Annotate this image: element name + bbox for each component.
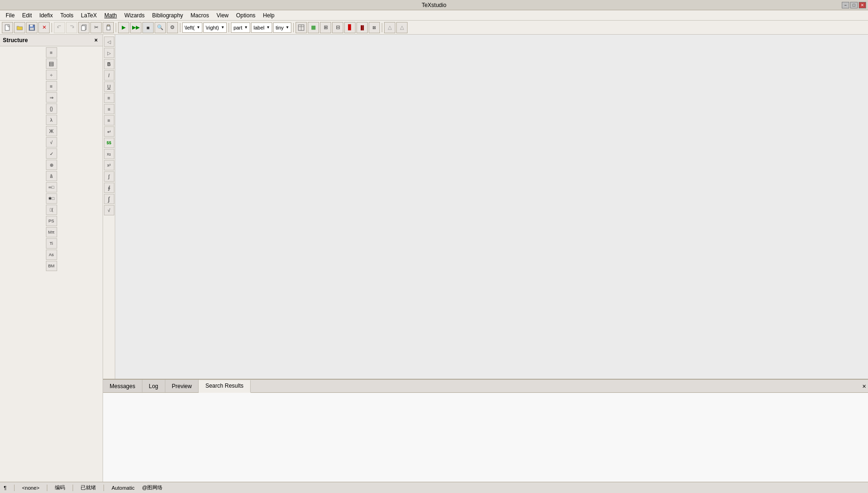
struct-bracket-icon[interactable]: ⌷( xyxy=(46,205,57,215)
menu-edit[interactable]: Edit xyxy=(18,11,36,20)
math-inline-button[interactable]: $$ xyxy=(104,138,114,148)
label-dropdown[interactable]: label ▼ xyxy=(251,22,272,33)
run-button[interactable]: ▶ xyxy=(118,22,129,33)
triangle-btn1[interactable]: △ xyxy=(384,22,395,33)
toolbar-sep-2 xyxy=(116,23,116,32)
contour-integral-button[interactable]: ∮ xyxy=(104,183,114,193)
structure-panel: Structure × ≡ ▤ ÷ ≡ ⇒ {} λ Ж √ ✓ ⊕ â ∞□ … xyxy=(0,35,103,482)
redo-button[interactable] xyxy=(66,22,77,33)
integral-large-button[interactable]: ∫ xyxy=(104,194,114,204)
struct-circleplus-icon[interactable]: ⊕ xyxy=(46,160,57,170)
new-button[interactable] xyxy=(2,22,13,33)
paste-button[interactable] xyxy=(103,22,114,33)
menu-help[interactable]: Help xyxy=(259,11,278,20)
status-encoding: 编码 xyxy=(55,484,65,491)
maximize-button[interactable]: □ xyxy=(850,2,858,8)
menu-view[interactable]: View xyxy=(213,11,232,20)
svg-rect-3 xyxy=(30,28,34,30)
newline-button[interactable]: ↵ xyxy=(104,126,114,137)
underline-button[interactable]: U xyxy=(104,81,114,92)
col-btn[interactable]: ⊞ xyxy=(320,22,331,33)
align-right-button[interactable]: ≡ xyxy=(104,115,114,125)
menu-wizards[interactable]: Wizards xyxy=(120,11,148,20)
align-left-button[interactable]: ≡ xyxy=(104,93,114,103)
struct-table-icon[interactable]: ▤ xyxy=(46,59,57,69)
stop-button[interactable]: ■ xyxy=(142,22,154,33)
green-table-btn[interactable]: ▦ xyxy=(308,22,319,33)
menu-math[interactable]: Math xyxy=(101,11,121,20)
bold-button[interactable]: B xyxy=(104,59,114,69)
tab-log[interactable]: Log xyxy=(142,380,165,392)
menu-latex[interactable]: LaTeX xyxy=(77,11,101,20)
col2-btn[interactable]: ⊟ xyxy=(332,22,343,33)
nav-right-button[interactable]: ▷ xyxy=(104,48,114,58)
size-dropdown[interactable]: tiny ▼ xyxy=(273,22,291,33)
structure-close-button[interactable]: × xyxy=(92,37,100,44)
menu-idefix[interactable]: Idefix xyxy=(36,11,57,20)
struct-bm-icon[interactable]: BM xyxy=(46,261,57,271)
copy-button[interactable] xyxy=(78,22,89,33)
close-button[interactable]: ✕ xyxy=(859,2,866,8)
toolbar-sep-4 xyxy=(229,23,229,32)
struct-braces-icon[interactable]: {} xyxy=(46,103,57,114)
align-center-button[interactable]: ≡ xyxy=(104,104,114,114)
window-controls: − □ ✕ xyxy=(842,2,866,8)
save-button[interactable] xyxy=(26,22,37,33)
struct-check-icon[interactable]: ✓ xyxy=(46,148,57,159)
table-icon-btn[interactable] xyxy=(296,22,307,33)
struct-star-icon[interactable]: ✱□ xyxy=(46,193,57,204)
bottom-panel: Messages Log Preview Search Results × xyxy=(103,379,868,482)
editor-main[interactable] xyxy=(115,35,868,379)
svg-rect-0 xyxy=(5,25,9,30)
struct-list-icon[interactable]: ≡ xyxy=(46,47,57,58)
nav-left-button[interactable]: ◁ xyxy=(104,37,114,47)
struct-lines-icon[interactable]: ≡ xyxy=(46,81,57,91)
tab-preview[interactable]: Preview xyxy=(165,380,199,392)
settings-button[interactable]: ⚙ xyxy=(167,22,178,33)
struct-div-icon[interactable]: ÷ xyxy=(46,70,57,80)
status-extra: @图网络 xyxy=(142,484,163,491)
integral-small-button[interactable]: ∫ xyxy=(104,171,114,182)
tab-messages[interactable]: Messages xyxy=(103,380,142,392)
menu-macros[interactable]: Macros xyxy=(187,11,213,20)
struct-ps-icon[interactable]: PS xyxy=(46,216,57,226)
triangle-btn2[interactable]: △ xyxy=(396,22,408,33)
superscript-button[interactable]: x² xyxy=(104,160,114,170)
struct-ti-icon[interactable]: Ti xyxy=(46,238,57,249)
undo-button[interactable] xyxy=(54,22,65,33)
struct-infinity-icon[interactable]: ∞□ xyxy=(46,182,57,192)
cut-button[interactable]: ✂ xyxy=(90,22,102,33)
dark-red-btn[interactable]: ▐▌ xyxy=(356,22,368,33)
open-button[interactable] xyxy=(14,22,25,33)
struct-mp-icon[interactable]: Mπ xyxy=(46,227,57,237)
right-paren-dropdown[interactable]: \right) ▼ xyxy=(203,22,227,33)
struct-lambda-icon[interactable]: λ xyxy=(46,115,57,125)
structure-title: Structure xyxy=(3,37,28,44)
left-paren-dropdown[interactable]: \left( ▼ xyxy=(182,22,202,33)
struct-accent-icon[interactable]: â xyxy=(46,171,57,181)
run-all-button[interactable]: ▶▶ xyxy=(130,22,141,33)
red-col-btn[interactable]: ▊ xyxy=(344,22,356,33)
tab-search-results[interactable]: Search Results xyxy=(199,380,250,393)
nth-root-button[interactable]: √ xyxy=(104,205,114,215)
subscript-button[interactable]: x₂ xyxy=(104,149,114,159)
close-doc-button[interactable]: ✕ xyxy=(38,22,50,33)
search-button[interactable]: 🔍 xyxy=(155,22,166,33)
status-sep-1 xyxy=(14,485,15,491)
struct-as-icon[interactable]: As xyxy=(46,250,57,260)
toolbar: ✕ ✂ ▶ ▶▶ ■ 🔍 ⚙ \left( ▼ \right) ▼ part ▼… xyxy=(0,21,868,35)
menu-file[interactable]: File xyxy=(2,11,18,20)
svg-rect-2 xyxy=(30,25,33,27)
menu-bibliography[interactable]: Bibliography xyxy=(148,11,187,20)
struct-cyrillic-icon[interactable]: Ж xyxy=(46,126,57,136)
struct-sqrt-icon[interactable]: √ xyxy=(46,137,57,147)
minimize-button[interactable]: − xyxy=(842,2,849,8)
struct-arrow-icon[interactable]: ⇒ xyxy=(46,92,57,103)
bottom-panel-close[interactable]: × xyxy=(862,383,866,390)
italic-button[interactable]: I xyxy=(104,70,114,81)
merge-btn[interactable]: ⊠ xyxy=(369,22,380,33)
menu-options[interactable]: Options xyxy=(232,11,259,20)
part-dropdown[interactable]: part ▼ xyxy=(231,22,250,33)
svg-rect-7 xyxy=(107,25,110,26)
menu-tools[interactable]: Tools xyxy=(57,11,77,20)
